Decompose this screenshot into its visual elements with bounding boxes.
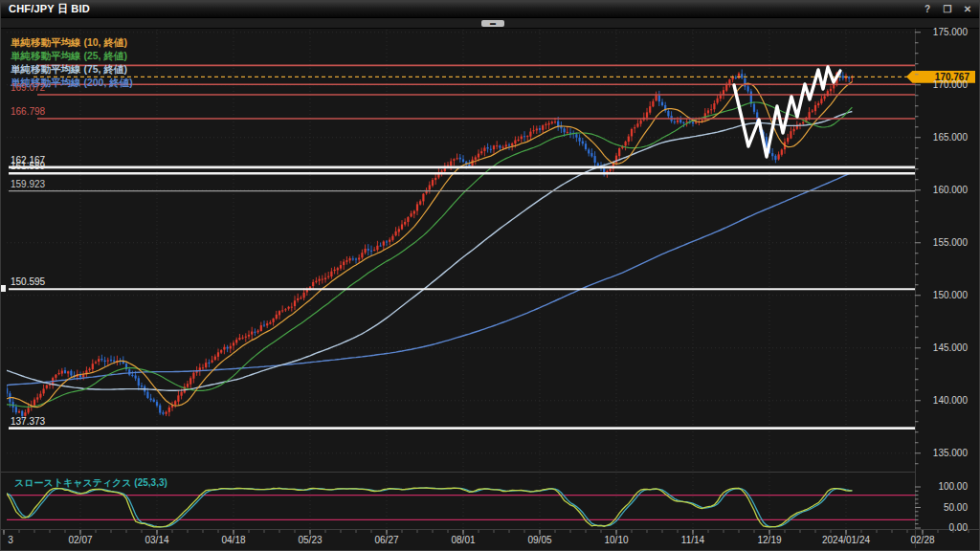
price-line-label: 159.923 [11, 179, 45, 189]
legend-sma10[interactable]: 単純移動平均線 (10, 終値) [11, 35, 133, 49]
x-axis-date-label: 03/14 [145, 535, 168, 545]
price-line-label: 137.373 [11, 416, 45, 427]
line-drag-handle[interactable] [1, 285, 6, 292]
chart-window: CHF/JPY 日 BID ? ❐ ✕ ▬ 単純移動平均線 (10, 終値) 単… [0, 0, 980, 551]
help-icon[interactable]: ? [922, 2, 933, 17]
price-chart-plot[interactable] [7, 30, 915, 472]
y-axis-label: 160.000 [918, 185, 968, 195]
x-axis-date-label: 06/27 [374, 535, 398, 545]
x-axis-date-label: 10/10 [604, 535, 628, 545]
price-line-label: 166.798 [11, 106, 45, 117]
panel-separator [1, 472, 915, 473]
sma75-line [7, 112, 852, 391]
date-axis-ticks [1, 530, 980, 536]
candle-bodies [7, 73, 853, 416]
y-axis-label: 135.000 [918, 448, 968, 458]
x-axis-date-label: 08/01 [451, 535, 475, 545]
stoch-axis-label: 50.00 [918, 502, 968, 513]
close-icon[interactable]: ✕ [962, 2, 973, 17]
x-axis-date-label: 12/19 [757, 535, 781, 545]
x-axis-date-label: 02/07 [68, 535, 92, 545]
y-axis-label: 140.000 [918, 395, 968, 406]
stoch-d-line [7, 488, 852, 527]
y-axis-label: 145.000 [918, 342, 968, 353]
window-title: CHF/JPY 日 BID [1, 2, 90, 16]
price-line-label: 169.072 [11, 82, 45, 93]
y-axis-label: 165.000 [918, 132, 968, 143]
axis-tick-marks [915, 30, 924, 548]
x-axis-date-label: 05/23 [298, 535, 322, 545]
sma25-line [7, 102, 852, 407]
title-bar[interactable]: CHF/JPY 日 BID ? ❐ ✕ [1, 1, 979, 18]
toolbar-collapse-button[interactable]: ▬ [481, 20, 504, 27]
x-axis-date-label: 04/18 [221, 535, 245, 545]
maximize-icon[interactable]: ❐ [942, 2, 953, 17]
x-axis-date-label: 3 [8, 535, 13, 545]
stoch-axis-label: 100.00 [918, 481, 968, 492]
candle-wicks [7, 69, 852, 420]
price-line-label: 150.595 [11, 276, 45, 287]
y-axis-label: 155.000 [918, 237, 968, 248]
sma200-line [7, 172, 852, 386]
y-axis-label: 175.000 [918, 27, 968, 37]
y-axis-label: 170.000 [918, 79, 968, 90]
y-axis-label: 150.000 [918, 290, 968, 300]
x-axis-date-label: 2024/01/24 [822, 535, 870, 545]
x-axis-date-label: 09/05 [527, 535, 551, 545]
x-axis-date-label: 11/14 [681, 535, 704, 545]
indicator-legend: 単純移動平均線 (10, 終値) 単純移動平均線 (25, 終値) 単純移動平均… [11, 35, 133, 89]
price-line-label: 161.589 [11, 161, 45, 171]
legend-sma25[interactable]: 単純移動平均線 (25, 終値) [11, 49, 133, 62]
legend-sma75[interactable]: 単純移動平均線 (75, 終値) [11, 62, 133, 76]
toolbar-strip: ▬ [1, 18, 979, 29]
stochastic-label[interactable]: スローストキャスティクス (25,3,3) [14, 476, 167, 490]
